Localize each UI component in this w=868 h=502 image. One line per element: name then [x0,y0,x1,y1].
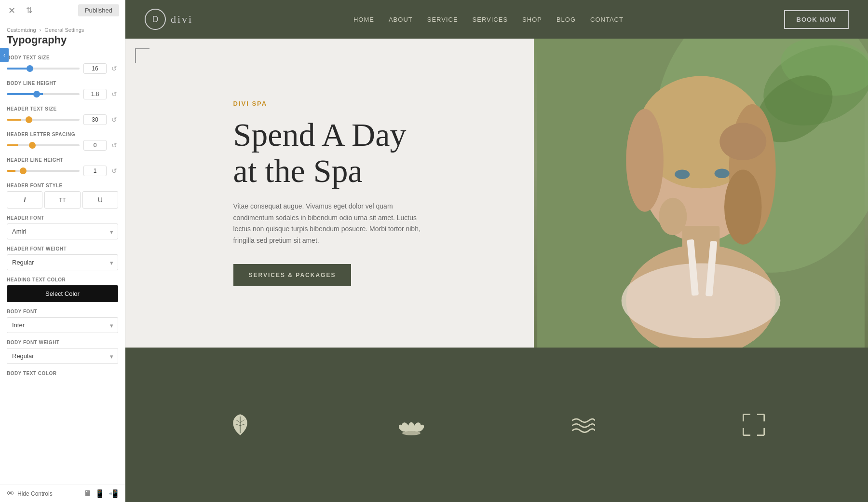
allcaps-button[interactable]: TT [44,191,80,209]
body-font-select[interactable]: Inter [7,317,118,333]
footer-icon-expand [739,410,768,439]
body-font-weight-select[interactable]: Regular [7,348,118,364]
header-font-row: HEADER FONT Amiri [7,215,118,239]
hero-body: Vitae consequat augue. Vivamus eget dolo… [233,201,426,247]
site-header: D divi HOME ABOUT SERVICE SERVICES SHOP … [125,0,868,39]
header-text-size-reset[interactable]: ↺ [110,116,118,124]
bottom-bar: 👁 Hide Controls 🖥 📱 📲 [0,485,125,502]
frame-corner [135,48,149,63]
header-line-height-reset[interactable]: ↺ [110,167,118,175]
select-color-button[interactable]: Select Color [7,285,118,302]
svg-point-11 [719,123,766,161]
svg-point-9 [724,170,762,245]
nav-services[interactable]: SERVICES [473,16,508,23]
header-line-height-input[interactable]: 1 [83,166,107,176]
svg-point-18 [659,198,687,236]
body-line-height-input[interactable]: 1.8 [83,89,107,99]
waves-icon [568,410,597,439]
header-font-style-row: HEADER FONT STYLE I TT U [7,183,118,209]
mobile-icon[interactable]: 📲 [108,489,118,498]
header-letter-spacing-row: HEADER LETTER SPACING 0 ↺ [7,132,118,151]
body-font-row: BODY FONT Inter [7,309,118,333]
logo-area: D divi [145,9,193,30]
header-line-height-row: HEADER LINE HEIGHT 1 ↺ [7,157,118,176]
device-icons: 🖥 📱 📲 [83,489,118,498]
header-font-weight-row: HEADER FONT WEIGHT Regular [7,246,118,270]
left-panel: ✕ ⇅ Published ‹ Customizing › General Se… [0,0,125,502]
header-text-size-row: HEADER TEXT SIZE 30 ↺ [7,106,118,125]
nav-service[interactable]: SERVICE [427,16,458,23]
header-font-select[interactable]: Amiri [7,223,118,239]
body-font-label: BODY FONT [7,309,118,314]
header-line-height-slider[interactable] [7,170,80,172]
underline-button[interactable]: U [82,191,118,209]
logo-circle: D [145,9,166,30]
close-icon[interactable]: ✕ [6,5,17,16]
header-text-size-slider[interactable] [7,119,80,121]
body-text-size-slider[interactable] [7,68,80,70]
nav-home[interactable]: HOME [353,16,374,23]
breadcrumb-area: ‹ Customizing › General Settings Typogra… [0,21,125,48]
main-content: D divi HOME ABOUT SERVICE SERVICES SHOP … [125,0,868,502]
leaf-icon [226,410,255,439]
body-text-size-row: BODY TEXT SIZE 16 ↺ [7,55,118,74]
hero-left: DIVI SPA Spend A Day at the Spa Vitae co… [125,39,534,348]
header-letter-spacing-reset[interactable]: ↺ [110,141,118,149]
footer-icon-leaf [226,410,255,439]
body-font-weight-label: BODY FONT WEIGHT [7,340,118,345]
header-font-weight-select[interactable]: Regular [7,254,118,270]
hide-controls-row: 👁 Hide Controls [7,489,53,498]
header-line-height-label: HEADER LINE HEIGHT [7,157,118,163]
svg-point-17 [715,169,730,178]
header-font-style-label: HEADER FONT STYLE [7,183,118,188]
body-text-size-input[interactable]: 16 [83,63,107,74]
header-letter-spacing-input[interactable]: 0 [83,140,107,151]
hero-section: DIVI SPA Spend A Day at the Spa Vitae co… [125,39,868,348]
italic-button[interactable]: I [7,191,42,209]
header-text-size-input[interactable]: 30 [83,114,107,125]
body-text-color-row: BODY TEXT COLOR [7,371,118,376]
body-line-height-slider[interactable] [7,93,80,95]
heading-text-color-label: HEADING TEXT COLOR [7,277,118,282]
body-line-height-row: BODY LINE HEIGHT 1.8 ↺ [7,81,118,99]
body-text-size-reset[interactable]: ↺ [110,65,118,72]
header-font-label: HEADER FONT [7,215,118,221]
hero-image [534,39,868,348]
desktop-icon[interactable]: 🖥 [83,489,91,498]
swap-icon[interactable]: ⇅ [23,5,35,16]
header-letter-spacing-slider[interactable] [7,144,80,146]
header-font-weight-label: HEADER FONT WEIGHT [7,246,118,251]
nav-about[interactable]: ABOUT [389,16,413,23]
top-bar: ✕ ⇅ Published [0,0,125,21]
svg-point-16 [675,170,690,179]
breadcrumb: Customizing › General Settings [7,27,118,33]
body-text-color-label: BODY TEXT COLOR [7,371,118,376]
footer-strip [125,348,868,502]
hero-title: Spend A Day at the Spa [233,117,426,189]
body-text-size-label: BODY TEXT SIZE [7,55,118,60]
header-text-size-label: HEADER TEXT SIZE [7,106,118,112]
tablet-icon[interactable]: 📱 [95,489,105,498]
back-button[interactable]: ‹ [0,48,9,62]
published-button[interactable]: Published [78,4,119,16]
book-now-button[interactable]: BOOK NOW [784,10,849,29]
hero-content: DIVI SPA Spend A Day at the Spa Vitae co… [233,100,426,286]
lotus-icon [397,410,426,439]
hero-eyebrow: DIVI SPA [233,100,426,107]
nav-menu: HOME ABOUT SERVICE SERVICES SHOP BLOG CO… [353,16,624,23]
heading-text-color-row: HEADING TEXT COLOR Select Color [7,277,118,302]
nav-shop[interactable]: SHOP [522,16,542,23]
eye-icon: 👁 [7,489,14,498]
header-letter-spacing-label: HEADER LETTER SPACING [7,132,118,137]
body-line-height-label: BODY LINE HEIGHT [7,81,118,86]
logo-text: divi [171,13,193,26]
footer-icon-lotus [397,410,426,439]
hero-cta-button[interactable]: SERVICES & PACKAGES [233,264,352,286]
footer-icon-waves [568,410,597,439]
nav-contact[interactable]: CONTACT [590,16,624,23]
nav-blog[interactable]: BLOG [556,16,576,23]
hide-controls-label[interactable]: Hide Controls [17,490,53,497]
svg-point-13 [622,263,781,338]
body-line-height-reset[interactable]: ↺ [110,90,118,98]
settings-section: BODY TEXT SIZE 16 ↺ BODY LINE HEIGHT 1.8… [0,48,125,485]
